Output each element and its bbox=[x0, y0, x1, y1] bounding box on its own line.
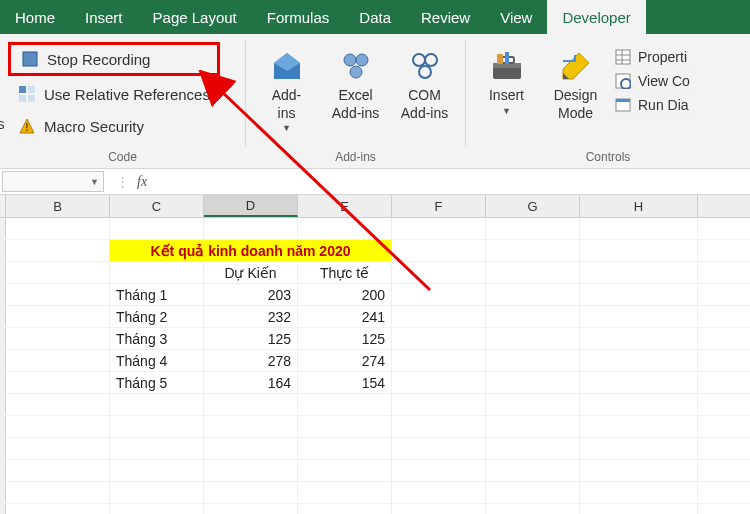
cell[interactable] bbox=[6, 284, 110, 305]
cell[interactable] bbox=[486, 262, 580, 283]
toolbox-icon bbox=[489, 48, 525, 84]
cell[interactable] bbox=[6, 372, 110, 393]
cell[interactable] bbox=[486, 218, 580, 239]
cell[interactable]: Thực tế bbox=[298, 262, 392, 283]
cell[interactable]: Dự Kiến bbox=[204, 262, 298, 283]
tab-review[interactable]: Review bbox=[406, 0, 485, 34]
cell[interactable] bbox=[6, 328, 110, 349]
col-header-B[interactable]: B bbox=[6, 195, 110, 217]
cell[interactable] bbox=[486, 306, 580, 327]
cell[interactable]: 203 bbox=[204, 284, 298, 305]
tab-formulas[interactable]: Formulas bbox=[252, 0, 345, 34]
cell[interactable] bbox=[392, 284, 486, 305]
insert-control-button[interactable]: Insert ▼ bbox=[474, 44, 539, 126]
macro-security-label: Macro Security bbox=[44, 118, 144, 135]
cell[interactable] bbox=[392, 372, 486, 393]
col-header-H[interactable]: H bbox=[580, 195, 698, 217]
title-cell[interactable]: Kết quả kinh doanh năm 2020 bbox=[110, 240, 392, 261]
view-code-button[interactable]: View Co bbox=[610, 70, 694, 92]
cell[interactable]: 200 bbox=[298, 284, 392, 305]
warning-icon: ! bbox=[18, 117, 36, 135]
tab-home[interactable]: Home bbox=[0, 0, 70, 34]
name-box[interactable]: ▼ bbox=[2, 171, 104, 192]
tab-data[interactable]: Data bbox=[344, 0, 406, 34]
col-header-E[interactable]: E bbox=[298, 195, 392, 217]
cell[interactable] bbox=[580, 284, 698, 305]
formula-input[interactable] bbox=[157, 169, 750, 194]
cell[interactable] bbox=[580, 372, 698, 393]
com-addins-label: COM Add-ins bbox=[401, 87, 448, 122]
grid-row: Tháng 2232241 bbox=[0, 306, 750, 328]
col-header-D[interactable]: D bbox=[204, 195, 298, 217]
use-relative-references-button[interactable]: Use Relative References bbox=[8, 80, 220, 108]
cell[interactable]: Tháng 1 bbox=[110, 284, 204, 305]
cell[interactable]: 241 bbox=[298, 306, 392, 327]
col-header-F[interactable]: F bbox=[392, 195, 486, 217]
col-header-G[interactable]: G bbox=[486, 195, 580, 217]
formula-menu-icon[interactable]: ⋮ bbox=[116, 174, 129, 189]
tab-developer[interactable]: Developer bbox=[547, 0, 645, 34]
fx-button[interactable]: fx bbox=[137, 174, 147, 190]
addins-button[interactable]: Add- ins ▼ bbox=[254, 44, 319, 138]
col-header-C[interactable]: C bbox=[110, 195, 204, 217]
cell[interactable] bbox=[486, 350, 580, 371]
grid-row: Tháng 5164154 bbox=[0, 372, 750, 394]
cell[interactable] bbox=[6, 240, 110, 261]
macro-security-button[interactable]: ! Macro Security bbox=[8, 112, 220, 140]
cell[interactable] bbox=[392, 328, 486, 349]
excel-addins-icon bbox=[338, 48, 374, 84]
cell[interactable]: Tháng 4 bbox=[110, 350, 204, 371]
cell[interactable]: 274 bbox=[298, 350, 392, 371]
cell[interactable] bbox=[486, 372, 580, 393]
tab-page-layout[interactable]: Page Layout bbox=[138, 0, 252, 34]
design-mode-button[interactable]: Design Mode bbox=[543, 44, 608, 126]
cell[interactable]: 125 bbox=[298, 328, 392, 349]
cell[interactable] bbox=[392, 262, 486, 283]
cell[interactable] bbox=[6, 306, 110, 327]
cell[interactable]: 164 bbox=[204, 372, 298, 393]
design-mode-label: Design Mode bbox=[554, 87, 598, 122]
grid-row bbox=[0, 482, 750, 504]
cell[interactable] bbox=[486, 240, 580, 261]
grid-row: Dự Kiến Thực tế bbox=[0, 262, 750, 284]
cell[interactable]: 154 bbox=[298, 372, 392, 393]
grid-row bbox=[0, 460, 750, 482]
cell[interactable] bbox=[6, 350, 110, 371]
cell[interactable] bbox=[392, 350, 486, 371]
tab-view[interactable]: View bbox=[485, 0, 547, 34]
cell[interactable] bbox=[6, 218, 110, 239]
cell[interactable] bbox=[392, 218, 486, 239]
run-dialog-button[interactable]: Run Dia bbox=[610, 94, 694, 116]
cell[interactable] bbox=[580, 350, 698, 371]
cell[interactable] bbox=[580, 218, 698, 239]
svg-point-14 bbox=[419, 66, 431, 78]
cell[interactable] bbox=[580, 328, 698, 349]
cell[interactable]: Tháng 5 bbox=[110, 372, 204, 393]
cell[interactable]: 278 bbox=[204, 350, 298, 371]
properties-button[interactable]: Properti bbox=[610, 46, 694, 68]
cell[interactable] bbox=[486, 284, 580, 305]
cell[interactable] bbox=[6, 262, 110, 283]
com-addins-button[interactable]: COM Add-ins bbox=[392, 44, 457, 138]
cell[interactable] bbox=[580, 262, 698, 283]
tab-insert[interactable]: Insert bbox=[70, 0, 138, 34]
name-box-dropdown-icon[interactable]: ▼ bbox=[90, 177, 99, 187]
cell[interactable] bbox=[204, 218, 298, 239]
stop-recording-button[interactable]: Stop Recording bbox=[8, 42, 220, 76]
cell[interactable] bbox=[110, 262, 204, 283]
cell[interactable] bbox=[580, 306, 698, 327]
cell[interactable] bbox=[392, 306, 486, 327]
cell[interactable]: Tháng 2 bbox=[110, 306, 204, 327]
grid-row bbox=[0, 504, 750, 514]
ribbon: cros Stop Recording Use Relative Referen… bbox=[0, 34, 750, 169]
cell[interactable] bbox=[392, 240, 486, 261]
cell[interactable] bbox=[298, 218, 392, 239]
cell[interactable] bbox=[580, 240, 698, 261]
cell[interactable]: 232 bbox=[204, 306, 298, 327]
excel-addins-button[interactable]: Excel Add-ins bbox=[323, 44, 388, 138]
cell[interactable]: 125 bbox=[204, 328, 298, 349]
cell[interactable] bbox=[486, 328, 580, 349]
cell[interactable]: Tháng 3 bbox=[110, 328, 204, 349]
cell[interactable] bbox=[110, 218, 204, 239]
svg-rect-3 bbox=[19, 95, 26, 102]
